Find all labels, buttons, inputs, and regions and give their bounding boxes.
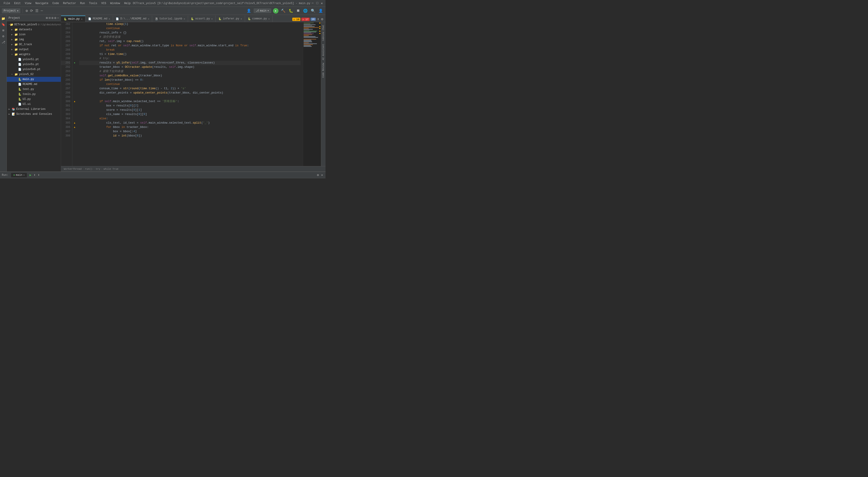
menu-window[interactable]: Window — [108, 1, 122, 5]
menu-bar[interactable]: File Edit View Navigate Code Refactor Ru… — [2, 1, 132, 5]
tree-item-icon[interactable]: ▶ 📁 icon — [7, 32, 61, 37]
tab-close-icon[interactable]: ✕ — [268, 18, 270, 20]
sidebar-structure-icon[interactable]: ⊞ — [1, 28, 6, 33]
panel-gear-icon[interactable]: ⚙ — [54, 16, 56, 20]
tree-item-output[interactable]: ▶ 📁 output — [7, 47, 61, 52]
tab-close-icon[interactable]: ✕ — [109, 18, 110, 20]
minimap[interactable] — [303, 22, 321, 166]
tree-item-ui-py[interactable]: 🐍 UI.py — [7, 97, 61, 102]
maximize-button[interactable]: □ — [315, 1, 319, 5]
menu-edit[interactable]: Edit — [12, 1, 23, 5]
run-output[interactable]: ●Fusing layers... ●Fusing layers... ●YOL… — [0, 178, 326, 183]
tree-item-oc-track[interactable]: ▶ 📁 OC_track — [7, 42, 61, 47]
tree-item-ui-ui[interactable]: 📄 UI.ui — [7, 102, 61, 107]
tree-item-weights[interactable]: ▾ 📁 weights — [7, 52, 61, 57]
tree-item-yolov5l[interactable]: 📄 yolov5l.pt — [7, 57, 61, 62]
tab-common[interactable]: 🐍 common.py ✕ — [245, 15, 273, 22]
tree-item-yolov5s[interactable]: 📄 yolov5s.pt — [7, 62, 61, 67]
scroll-top-icon[interactable]: ⬆ — [33, 172, 36, 178]
minimize-button[interactable]: ─ — [311, 1, 314, 5]
menu-run[interactable]: Run — [78, 1, 87, 5]
tab-main-py[interactable]: 🐍 main.py ✕ — [61, 15, 86, 22]
run-tab-main[interactable]: ● main ✕ — [11, 173, 27, 178]
menu-refactor[interactable]: Refactor — [61, 1, 78, 5]
sidebar-git-icon[interactable]: ⎇ — [1, 39, 6, 45]
tree-item-yolov5-62[interactable]: ▾ 📁 yolov5_62 — [7, 72, 61, 77]
panel-settings-icon[interactable]: ⚙ — [52, 16, 53, 20]
tab-tutorial[interactable]: 📓 tutorial.ipynb ✕ — [152, 15, 188, 22]
layout-icon[interactable]: ☰ — [35, 8, 39, 13]
info-badge[interactable]: 16 — [311, 18, 316, 21]
code-review-label[interactable]: Code Review — [322, 62, 325, 78]
tab-close-icon[interactable]: ✕ — [148, 18, 149, 20]
tree-item-readme[interactable]: 📄 README.md — [7, 82, 61, 87]
run-again-icon[interactable]: ▶ — [29, 172, 32, 178]
tree-item-tools-py[interactable]: 🐍 tools.py — [7, 92, 61, 97]
expand-editor-icon[interactable]: ⬆ — [317, 17, 320, 22]
tree-item-test-py[interactable]: 🐍 test.py — [7, 87, 61, 92]
run-tab-close-icon[interactable]: ✕ — [23, 173, 25, 177]
sidebar-services-icon[interactable]: ⚙ — [1, 33, 6, 39]
build-icon[interactable]: 🔨 — [280, 8, 286, 13]
code-editor[interactable]: 282 283 284 285 286 287 288 289 290 291 … — [61, 22, 326, 166]
scroll-down-icon[interactable]: ⬇ — [37, 172, 40, 178]
run-button[interactable]: ▶ — [273, 8, 278, 13]
close-button[interactable]: ✕ — [320, 1, 324, 5]
code-content[interactable]: time.sleep(1) continue result_info = {} … — [77, 22, 303, 166]
tree-item-scratches[interactable]: ▶ 📝 Scratches and Consoles — [7, 112, 61, 117]
menu-help[interactable]: Help — [122, 1, 132, 5]
title-bar-left: File Edit View Navigate Code Refactor Ru… — [2, 1, 132, 5]
breadcrumb-while[interactable]: while True — [103, 168, 119, 170]
ai-assistant-label[interactable]: AI Assistant — [322, 43, 325, 61]
folder-icon: 📁 — [14, 28, 18, 31]
code-line-283: continue — [79, 26, 301, 31]
tab-close-icon[interactable]: ✕ — [241, 18, 242, 20]
breadcrumb-worker[interactable]: WorkerThread — [64, 168, 82, 170]
error-badge[interactable]: ⚠ 17 — [301, 18, 309, 21]
collapse-all-icon[interactable]: ⊟ — [49, 16, 51, 20]
tree-item-datasets[interactable]: ▶ 📁 datasets — [7, 27, 61, 32]
breadcrumb-try[interactable]: try — [96, 168, 100, 170]
run-panel-settings-icon[interactable]: ⚙ — [316, 172, 319, 178]
project-selector[interactable]: Project ▾ — [2, 8, 20, 13]
tabnine-sidebar-label[interactable]: tabnine Chat — [322, 24, 325, 42]
tab-close-icon[interactable]: ✕ — [211, 18, 213, 20]
tree-item-yolov5x6[interactable]: 📄 yolov5x6.pt — [7, 67, 61, 72]
menu-navigate[interactable]: Navigate — [33, 1, 50, 5]
expand-all-icon[interactable]: ⊞ — [46, 16, 48, 20]
tab-readme[interactable]: 📄 README.md ✕ — [86, 15, 113, 22]
branch-selector[interactable]: ⎇ main ▾ — [254, 8, 271, 13]
folder-icon: 📁 — [14, 43, 18, 46]
menu-tools[interactable]: Tools — [87, 1, 99, 5]
panel-close-icon[interactable]: — — [57, 16, 59, 20]
menu-vcs[interactable]: VCS — [99, 1, 108, 5]
tab-close-icon[interactable]: ✕ — [81, 18, 83, 21]
tree-item-external-libs[interactable]: ▶ 📚 External Libraries — [7, 107, 61, 112]
tree-item-img[interactable]: ▶ 📁 img — [7, 37, 61, 42]
project-label: Project — [4, 9, 16, 12]
menu-view[interactable]: View — [23, 1, 33, 5]
tree-root-item[interactable]: ▾ 📁 OCTrack_yolov5 D:\lg\BaiduSyncdisk..… — [7, 22, 61, 27]
stop-icon[interactable]: ⏹ — [296, 8, 301, 13]
breadcrumb-run[interactable]: run() — [85, 168, 92, 170]
menu-file[interactable]: File — [2, 1, 12, 5]
tab-close-icon[interactable]: ✕ — [184, 18, 185, 20]
collapse-icon[interactable]: — — [40, 8, 43, 13]
search-icon[interactable]: 🔍 — [310, 8, 316, 13]
warning-badge[interactable]: ⚠ 10 — [292, 18, 301, 21]
sidebar-bookmark-icon[interactable]: 🔖 — [1, 22, 6, 27]
user-profile-icon[interactable]: 👤 — [318, 8, 324, 13]
sidebar-project-icon[interactable]: 📁 — [1, 16, 6, 21]
run-panel-close-icon[interactable]: ✕ — [320, 172, 324, 178]
tab-ocsort[interactable]: 🐍 ocsort.py ✕ — [188, 15, 216, 22]
tab-inferer[interactable]: 🐍 inferer.py ✕ — [216, 15, 245, 22]
translate-icon[interactable]: 🌐 — [303, 8, 308, 13]
settings-icon[interactable]: ⚙ — [25, 8, 28, 13]
sync-icon[interactable]: ⟳ — [30, 8, 33, 13]
tab-settings-icon[interactable]: ⚙ — [320, 17, 324, 22]
tree-item-main-py[interactable]: 🐍 main.py — [7, 77, 61, 82]
menu-code[interactable]: Code — [51, 1, 61, 5]
debug-icon[interactable]: 🐛 — [288, 8, 294, 13]
user-icon[interactable]: 👤 — [246, 8, 252, 13]
tab-readme-d[interactable]: 📄 D:\...\README.md ✕ — [113, 15, 152, 22]
